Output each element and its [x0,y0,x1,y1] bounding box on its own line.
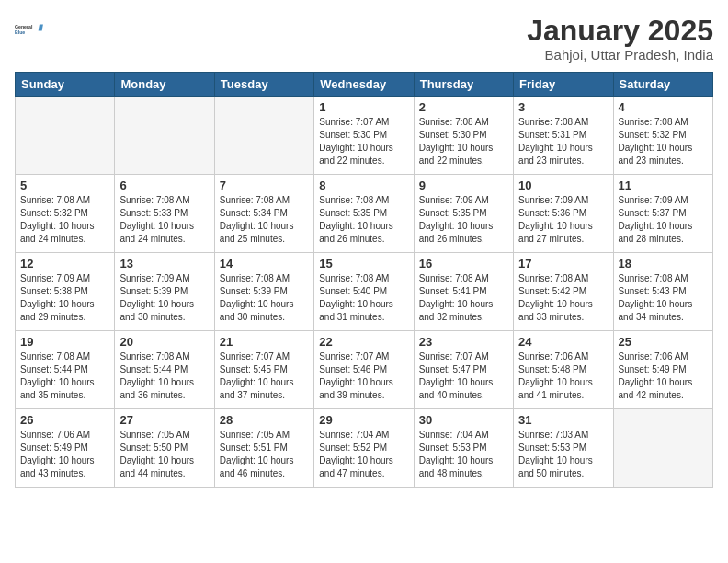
week-row-2: 12Sunrise: 7:09 AM Sunset: 5:38 PM Dayli… [16,253,713,331]
day-number: 6 [119,178,209,192]
day-info: Sunrise: 7:05 AM Sunset: 5:51 PM Dayligh… [220,429,309,480]
day-number: 19 [20,335,109,349]
day-info: Sunrise: 7:09 AM Sunset: 5:37 PM Dayligh… [619,194,708,246]
calendar-cell: 26Sunrise: 7:06 AM Sunset: 5:49 PM Dayli… [16,409,115,488]
day-number: 14 [220,257,309,270]
day-info: Sunrise: 7:08 AM Sunset: 5:42 PM Dayligh… [518,272,608,324]
calendar-cell: 7Sunrise: 7:08 AM Sunset: 5:34 PM Daylig… [214,175,313,253]
calendar-cell: 19Sunrise: 7:08 AM Sunset: 5:44 PM Dayli… [16,331,115,409]
weekday-header-tuesday: Tuesday [214,73,313,97]
calendar-cell: 29Sunrise: 7:04 AM Sunset: 5:52 PM Dayli… [314,409,414,488]
week-row-0: 1Sunrise: 7:07 AM Sunset: 5:30 PM Daylig… [16,97,713,175]
day-info: Sunrise: 7:08 AM Sunset: 5:43 PM Dayligh… [619,272,708,324]
day-info: Sunrise: 7:07 AM Sunset: 5:47 PM Dayligh… [419,350,508,402]
calendar-cell: 11Sunrise: 7:09 AM Sunset: 5:37 PM Dayli… [613,175,712,253]
calendar-cell: 28Sunrise: 7:05 AM Sunset: 5:51 PM Dayli… [214,409,313,488]
calendar-cell [16,97,115,175]
day-info: Sunrise: 7:08 AM Sunset: 5:32 PM Dayligh… [20,194,109,246]
calendar-cell: 25Sunrise: 7:06 AM Sunset: 5:49 PM Dayli… [613,331,712,409]
day-info: Sunrise: 7:06 AM Sunset: 5:49 PM Dayligh… [619,350,708,402]
day-info: Sunrise: 7:07 AM Sunset: 5:46 PM Dayligh… [319,350,408,402]
calendar-cell: 12Sunrise: 7:09 AM Sunset: 5:38 PM Dayli… [16,253,115,331]
day-number: 4 [619,100,708,114]
day-info: Sunrise: 7:05 AM Sunset: 5:50 PM Dayligh… [119,429,209,480]
calendar-cell: 13Sunrise: 7:09 AM Sunset: 5:39 PM Dayli… [115,253,214,331]
calendar-cell: 31Sunrise: 7:03 AM Sunset: 5:53 PM Dayli… [514,409,613,488]
calendar-cell: 27Sunrise: 7:05 AM Sunset: 5:50 PM Dayli… [115,409,214,488]
logo-icon: General Blue [15,15,44,44]
day-info: Sunrise: 7:07 AM Sunset: 5:45 PM Dayligh… [220,350,309,402]
calendar-cell: 30Sunrise: 7:04 AM Sunset: 5:53 PM Dayli… [414,409,513,488]
weekday-header-monday: Monday [115,73,214,97]
day-info: Sunrise: 7:08 AM Sunset: 5:31 PM Dayligh… [518,116,608,167]
logo: General Blue [15,15,44,44]
day-number: 26 [20,413,109,427]
day-number: 30 [419,413,508,427]
day-number: 23 [419,335,508,349]
svg-text:Blue: Blue [15,29,25,35]
calendar-cell [115,97,214,175]
weekday-header-thursday: Thursday [414,73,513,97]
day-number: 12 [20,257,109,270]
calendar-cell: 16Sunrise: 7:08 AM Sunset: 5:41 PM Dayli… [414,253,513,331]
day-info: Sunrise: 7:08 AM Sunset: 5:44 PM Dayligh… [20,350,109,402]
day-number: 5 [20,178,109,192]
weekday-header-saturday: Saturday [613,73,712,97]
day-info: Sunrise: 7:04 AM Sunset: 5:52 PM Dayligh… [319,429,408,480]
calendar-cell: 10Sunrise: 7:09 AM Sunset: 5:36 PM Dayli… [514,175,613,253]
calendar-cell [613,409,712,488]
week-row-4: 26Sunrise: 7:06 AM Sunset: 5:49 PM Dayli… [16,409,713,488]
day-number: 8 [319,178,408,192]
day-number: 13 [119,257,209,270]
day-number: 16 [419,257,508,270]
calendar-cell: 6Sunrise: 7:08 AM Sunset: 5:33 PM Daylig… [115,175,214,253]
page-header: General Blue January 2025 Bahjoi, Uttar … [15,15,713,63]
calendar-table: SundayMondayTuesdayWednesdayThursdayFrid… [15,72,713,488]
weekday-header-row: SundayMondayTuesdayWednesdayThursdayFrid… [16,73,713,97]
day-info: Sunrise: 7:08 AM Sunset: 5:40 PM Dayligh… [319,272,408,324]
week-row-3: 19Sunrise: 7:08 AM Sunset: 5:44 PM Dayli… [16,331,713,409]
day-info: Sunrise: 7:08 AM Sunset: 5:32 PM Dayligh… [619,116,708,167]
calendar-cell: 20Sunrise: 7:08 AM Sunset: 5:44 PM Dayli… [115,331,214,409]
day-number: 27 [119,413,209,427]
calendar-cell: 17Sunrise: 7:08 AM Sunset: 5:42 PM Dayli… [514,253,613,331]
day-info: Sunrise: 7:07 AM Sunset: 5:30 PM Dayligh… [319,116,408,167]
day-number: 28 [220,413,309,427]
weekday-header-wednesday: Wednesday [314,73,414,97]
day-number: 29 [319,413,408,427]
calendar-cell [214,97,313,175]
day-number: 21 [220,335,309,349]
calendar-cell: 4Sunrise: 7:08 AM Sunset: 5:32 PM Daylig… [613,97,712,175]
calendar-cell: 18Sunrise: 7:08 AM Sunset: 5:43 PM Dayli… [613,253,712,331]
day-info: Sunrise: 7:03 AM Sunset: 5:53 PM Dayligh… [518,429,608,480]
day-info: Sunrise: 7:09 AM Sunset: 5:38 PM Dayligh… [20,272,109,324]
calendar-subtitle: Bahjoi, Uttar Pradesh, India [527,47,713,63]
title-block: January 2025 Bahjoi, Uttar Pradesh, Indi… [527,15,713,63]
day-info: Sunrise: 7:08 AM Sunset: 5:34 PM Dayligh… [220,194,309,246]
svg-marker-2 [39,24,43,30]
day-number: 7 [220,178,309,192]
day-number: 20 [119,335,209,349]
calendar-cell: 21Sunrise: 7:07 AM Sunset: 5:45 PM Dayli… [214,331,313,409]
calendar-cell: 22Sunrise: 7:07 AM Sunset: 5:46 PM Dayli… [314,331,414,409]
day-number: 15 [319,257,408,270]
calendar-cell: 2Sunrise: 7:08 AM Sunset: 5:30 PM Daylig… [414,97,513,175]
day-number: 25 [619,335,708,349]
calendar-title: January 2025 [527,15,713,47]
calendar-cell: 3Sunrise: 7:08 AM Sunset: 5:31 PM Daylig… [514,97,613,175]
day-info: Sunrise: 7:04 AM Sunset: 5:53 PM Dayligh… [419,429,508,480]
week-row-1: 5Sunrise: 7:08 AM Sunset: 5:32 PM Daylig… [16,175,713,253]
day-number: 18 [619,257,708,270]
day-number: 31 [518,413,608,427]
calendar-cell: 5Sunrise: 7:08 AM Sunset: 5:32 PM Daylig… [16,175,115,253]
weekday-header-friday: Friday [514,73,613,97]
calendar-cell: 24Sunrise: 7:06 AM Sunset: 5:48 PM Dayli… [514,331,613,409]
day-info: Sunrise: 7:06 AM Sunset: 5:49 PM Dayligh… [20,429,109,480]
day-number: 9 [419,178,508,192]
day-info: Sunrise: 7:08 AM Sunset: 5:30 PM Dayligh… [419,116,508,167]
day-number: 1 [319,100,408,114]
calendar-cell: 23Sunrise: 7:07 AM Sunset: 5:47 PM Dayli… [414,331,513,409]
calendar-cell: 8Sunrise: 7:08 AM Sunset: 5:35 PM Daylig… [314,175,414,253]
day-info: Sunrise: 7:09 AM Sunset: 5:39 PM Dayligh… [119,272,209,324]
day-info: Sunrise: 7:08 AM Sunset: 5:35 PM Dayligh… [319,194,408,246]
